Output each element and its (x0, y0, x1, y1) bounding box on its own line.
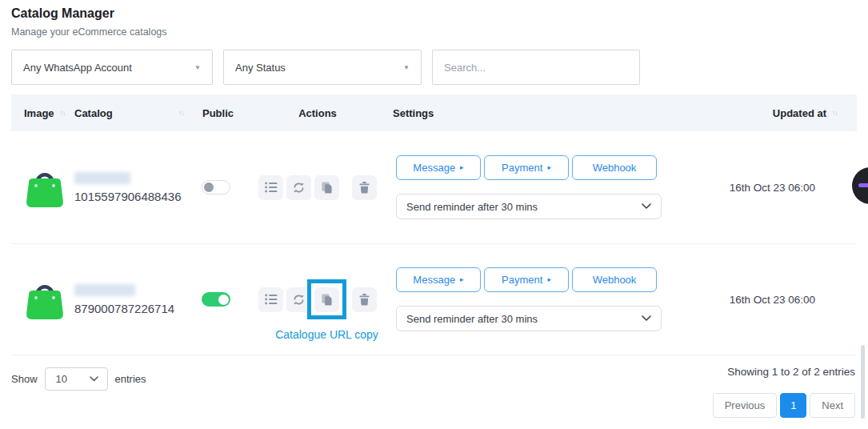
catalog-cell: 879000787226714 (74, 284, 187, 315)
sort-icon[interactable]: ↑↓ (60, 109, 66, 117)
delete-button[interactable] (352, 175, 377, 200)
catalog-id: 879000787226714 (74, 302, 174, 315)
settings-buttons: Message ▸ Payment ▸ Webhook (396, 155, 701, 180)
page-subtitle: Manage your eCommerce catalogs (11, 26, 857, 38)
page-1-button[interactable]: 1 (780, 393, 806, 418)
settings-cell: Message ▸ Payment ▸ Webhook Send reminde… (386, 155, 701, 219)
updated-at: 16th Oct 23 06:00 (701, 182, 857, 194)
actions-cell (249, 175, 386, 200)
annotation-label: Catalogue URL copy (275, 328, 378, 341)
reminder-select-value: Send reminder after 30 mins (406, 313, 538, 325)
page-head: Catalog Manager Manage your eCommerce ca… (0, 0, 868, 38)
reminder-select-value: Send reminder after 30 mins (406, 201, 538, 213)
status-dropdown[interactable]: Any Status ▼ (223, 50, 422, 85)
product-list-button[interactable] (258, 175, 283, 200)
showing-entries-text: Showing 1 to 2 of 2 entries (727, 366, 855, 378)
public-toggle[interactable] (202, 292, 230, 307)
public-toggle[interactable] (202, 180, 230, 194)
sync-button[interactable] (286, 287, 311, 312)
status-dropdown-value: Any Status (235, 62, 286, 74)
page-size-value: 10 (56, 373, 67, 385)
chevron-down-icon (642, 203, 651, 210)
webhook-button[interactable]: Webhook (572, 267, 657, 292)
catalog-manager-page: Catalog Manager Manage your eCommerce ca… (0, 0, 868, 429)
payment-button[interactable]: Payment ▸ (484, 267, 569, 292)
whatsapp-account-dropdown[interactable]: Any WhatsApp Account ▼ (11, 50, 213, 85)
catalog-id: 1015597906488436 (74, 190, 181, 203)
catalogue-url-copy-button[interactable] (314, 287, 339, 312)
payment-button[interactable]: Payment ▸ (484, 155, 569, 180)
table-row: 1015597906488436 (11, 131, 857, 243)
catalogue-url-copy-button[interactable] (314, 175, 339, 200)
catalog-cell: 1015597906488436 (74, 172, 187, 203)
trash-icon (359, 182, 370, 194)
list-icon (265, 294, 278, 305)
whatsapp-account-dropdown-value: Any WhatsApp Account (23, 62, 132, 74)
sort-icon[interactable]: ↑↓ (178, 109, 184, 117)
message-button[interactable]: Message ▸ (396, 267, 481, 292)
public-cell (187, 180, 249, 194)
column-header-updated-at[interactable]: Updated at ↑↓ (701, 107, 857, 119)
entries-label: entries (115, 373, 146, 385)
page-size-select[interactable]: 10 (45, 367, 108, 391)
settings-buttons: Message ▸ Payment ▸ Webhook (396, 267, 701, 292)
toggle-knob (204, 182, 214, 192)
annotated-copy-button-wrap: Catalogue URL copy (314, 287, 339, 312)
submenu-caret-icon: ▸ (547, 276, 551, 283)
chevron-down-icon (642, 315, 651, 322)
scrollbar-thumb[interactable] (861, 345, 865, 419)
webhook-button[interactable]: Webhook (572, 155, 657, 180)
column-header-actions: Actions (249, 107, 386, 119)
column-header-public: Public (187, 107, 249, 119)
settings-cell: Message ▸ Payment ▸ Webhook Send reminde… (386, 267, 701, 331)
filter-bar: Any WhatsApp Account ▼ Any Status ▼ (11, 50, 857, 85)
pagination: Previous 1 Next (713, 393, 855, 418)
next-page-button[interactable]: Next (810, 393, 855, 418)
chevron-down-icon: ▼ (194, 64, 201, 71)
updated-at: 16th Oct 23 06:00 (701, 294, 857, 306)
table-footer: Show 10 entries Showing 1 to 2 of 2 entr… (11, 355, 857, 429)
catalog-name-redacted (74, 172, 130, 184)
copy-icon (321, 182, 333, 194)
actions-cell: Catalogue URL copy (249, 287, 386, 312)
page-title: Catalog Manager (11, 6, 857, 21)
column-header-image[interactable]: Image ↑↓ (11, 107, 74, 119)
reminder-select[interactable]: Send reminder after 30 mins (396, 306, 662, 331)
previous-page-button[interactable]: Previous (713, 393, 778, 418)
sort-icon[interactable]: ↑↓ (832, 109, 838, 117)
refresh-icon (293, 294, 305, 306)
product-list-button[interactable] (258, 287, 283, 312)
sync-button[interactable] (286, 175, 311, 200)
reminder-select[interactable]: Send reminder after 30 mins (396, 194, 662, 219)
shopping-bag-icon (24, 161, 66, 210)
delete-button[interactable] (352, 287, 377, 312)
submenu-caret-icon: ▸ (460, 276, 464, 283)
catalog-name-redacted (74, 284, 135, 296)
column-header-settings: Settings (386, 107, 701, 119)
toggle-knob (218, 295, 229, 305)
chevron-down-icon: ▼ (403, 64, 410, 71)
chevron-down-icon (90, 376, 98, 382)
refresh-icon (293, 182, 305, 194)
catalog-image-cell (11, 161, 74, 214)
trash-icon (359, 294, 370, 306)
show-label: Show (11, 373, 38, 385)
submenu-caret-icon: ▸ (547, 164, 551, 171)
copy-icon (321, 294, 333, 306)
submenu-caret-icon: ▸ (460, 164, 464, 171)
page-size-group: Show 10 entries (11, 367, 146, 391)
public-cell (187, 292, 249, 307)
catalog-image-cell (11, 273, 74, 326)
search-input[interactable] (432, 50, 640, 85)
message-button[interactable]: Message ▸ (396, 155, 481, 180)
table-header: Image ↑↓ Catalog ↑↓ Public Actions Setti… (11, 94, 857, 131)
list-icon (265, 182, 278, 193)
table-row: 879000787226714 (11, 243, 857, 355)
column-header-catalog[interactable]: Catalog ↑↓ (74, 107, 187, 119)
floating-widget-icon (858, 183, 868, 187)
shopping-bag-icon (24, 273, 66, 323)
